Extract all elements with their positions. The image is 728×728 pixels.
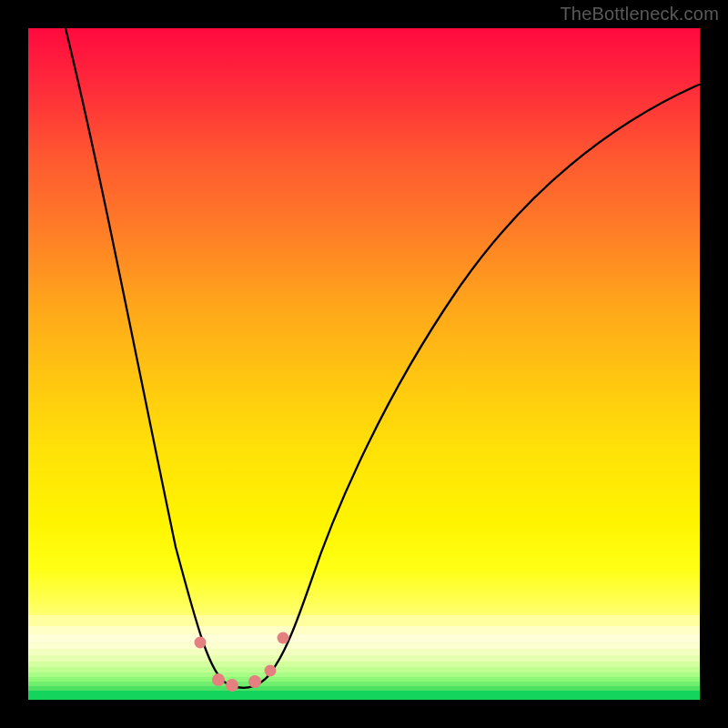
curve-marker (265, 665, 277, 677)
curve-marker (226, 679, 238, 692)
curve-marker (195, 637, 207, 649)
bottleneck-curve (66, 28, 699, 688)
plot-area (28, 28, 700, 700)
chart-frame: TheBottleneck.com (0, 0, 728, 728)
curve-marker (212, 673, 225, 686)
curve-markers (195, 632, 289, 693)
watermark-label: TheBottleneck.com (560, 4, 719, 25)
curve-marker (248, 675, 261, 688)
bottleneck-curve-svg (28, 28, 700, 700)
curve-marker (278, 632, 289, 644)
